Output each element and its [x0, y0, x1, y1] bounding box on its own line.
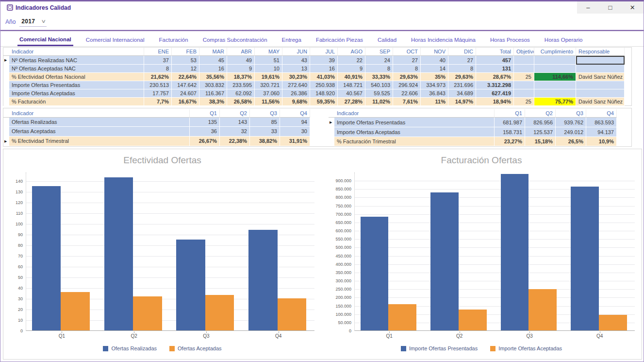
value-cell[interactable]: 30,23% — [282, 73, 310, 81]
tab-calidad[interactable]: Calidad — [376, 34, 398, 46]
value-cell[interactable]: 40.567 — [338, 89, 365, 98]
value-cell[interactable]: 39 — [310, 56, 338, 65]
value-cell[interactable]: 18,94% — [476, 98, 514, 106]
value-cell[interactable]: 21,62% — [144, 73, 172, 81]
value-cell[interactable]: 94.137 — [586, 127, 617, 137]
indicator-label-cell[interactable]: Importe Ofertas Presentadas — [334, 118, 495, 127]
value-cell[interactable]: 94 — [280, 118, 310, 127]
value-cell[interactable]: 40,91% — [338, 73, 365, 81]
value-cell[interactable]: 43 — [282, 56, 310, 65]
value-cell[interactable]: 9,68% — [282, 98, 310, 106]
tab-entrega[interactable]: Entrega — [280, 34, 303, 46]
value-cell[interactable]: 143 — [220, 118, 250, 127]
value-cell[interactable]: 9 — [338, 65, 365, 73]
value-cell[interactable]: 29,63% — [393, 73, 421, 81]
indicator-label-cell[interactable]: % Efectividad Trimestral — [9, 137, 190, 146]
value-cell[interactable]: 10,9% — [586, 137, 617, 146]
value-cell[interactable]: 26.386 — [282, 89, 310, 98]
value-cell[interactable]: 31,91% — [280, 137, 310, 146]
value-cell[interactable]: 681.987 — [495, 118, 525, 127]
value-cell[interactable]: 59.525 — [365, 89, 393, 98]
value-cell[interactable]: 38,3% — [199, 98, 227, 106]
value-cell[interactable]: 36 — [190, 127, 220, 136]
value-cell[interactable]: 30 — [280, 127, 310, 136]
value-cell[interactable]: 16,67% — [172, 98, 199, 106]
value-cell[interactable]: 296.924 — [393, 81, 421, 89]
value-cell[interactable] — [576, 89, 625, 98]
value-cell[interactable]: 33,33% — [365, 73, 393, 81]
value-cell[interactable]: 37 — [144, 56, 172, 65]
value-cell[interactable]: 863.593 — [586, 118, 617, 127]
value-cell[interactable]: 249.012 — [556, 127, 586, 137]
close-button[interactable]: ✕ — [624, 2, 641, 13]
value-cell[interactable]: 23,27% — [495, 137, 525, 146]
value-cell[interactable]: 8 — [365, 65, 393, 73]
value-cell[interactable]: 19,61% — [255, 73, 282, 81]
value-cell[interactable] — [514, 65, 534, 73]
value-cell[interactable]: 3.312.298 — [476, 81, 514, 89]
value-cell[interactable]: 231.696 — [448, 81, 476, 89]
tab-horas-operario[interactable]: Horas Operario — [543, 34, 585, 46]
value-cell[interactable]: 33 — [250, 127, 280, 136]
value-cell[interactable]: 24 — [365, 56, 393, 65]
value-cell[interactable] — [534, 81, 576, 89]
value-cell[interactable]: 35% — [421, 73, 448, 81]
value-cell[interactable]: 457 — [476, 56, 514, 65]
value-cell[interactable]: 28,67% — [476, 73, 514, 81]
indicator-label-cell[interactable]: Importe Ofertas Aceptadas — [9, 89, 144, 98]
tab-fabricaci-n-piezas[interactable]: Fabricación Piezas — [314, 34, 365, 46]
value-cell[interactable]: 53 — [172, 56, 199, 65]
value-cell[interactable]: 16 — [310, 65, 338, 73]
value-cell[interactable]: 14 — [421, 65, 448, 73]
tab-horas-procesos[interactable]: Horas Procesos — [488, 34, 532, 46]
value-cell[interactable]: 7,7% — [144, 98, 172, 106]
value-cell[interactable]: 34.689 — [448, 89, 476, 98]
value-cell[interactable]: 8 — [448, 65, 476, 73]
indicator-label-cell[interactable]: % Efectividad Ofertas Nacional — [9, 73, 144, 81]
maximize-button[interactable]: □ — [602, 2, 618, 13]
value-cell[interactable] — [576, 56, 625, 65]
value-cell[interactable]: 148.920 — [310, 89, 338, 98]
value-cell[interactable]: 24.607 — [172, 89, 199, 98]
value-cell[interactable]: 116.367 — [199, 89, 227, 98]
value-cell[interactable]: 35,56% — [199, 73, 227, 81]
indicator-label-cell[interactable]: Importe Ofertas Aceptadas — [334, 127, 495, 137]
value-cell[interactable]: 135 — [190, 118, 220, 127]
value-cell[interactable] — [576, 65, 625, 73]
value-cell[interactable]: 148.721 — [338, 81, 365, 89]
value-cell[interactable]: 26,58% — [227, 98, 255, 106]
tab-horas-incidencia-m-quina[interactable]: Horas Incidencia Máquina — [409, 34, 478, 46]
value-cell[interactable]: 303.832 — [199, 81, 227, 89]
value-cell[interactable]: 22.606 — [393, 89, 421, 98]
value-cell[interactable]: 17.757 — [144, 89, 172, 98]
value-cell[interactable]: 10 — [255, 65, 282, 73]
value-cell[interactable]: 36.843 — [421, 89, 448, 98]
value-cell[interactable]: 131 — [476, 65, 514, 73]
value-cell[interactable]: 125.537 — [525, 127, 556, 137]
value-cell[interactable] — [576, 81, 625, 89]
tab-comercial-internacional[interactable]: Comercial Internacional — [84, 34, 147, 46]
value-cell[interactable]: 45 — [199, 56, 227, 65]
value-cell[interactable]: 11,02% — [365, 98, 393, 106]
value-cell[interactable]: 59,35% — [310, 98, 338, 106]
value-cell[interactable]: 13 — [282, 65, 310, 73]
value-cell[interactable] — [534, 65, 576, 73]
indicator-label-cell[interactable]: Ofertas Realizadas — [9, 118, 190, 127]
value-cell[interactable]: 627.419 — [476, 89, 514, 98]
value-cell[interactable]: David Sanz Núñez — [576, 73, 625, 81]
value-cell[interactable]: 49 — [227, 56, 255, 65]
value-cell[interactable]: 11% — [421, 98, 448, 106]
tab-comercial-nacional[interactable]: Comercial Nacional — [17, 34, 73, 46]
value-cell[interactable]: 32 — [220, 127, 250, 136]
value-cell[interactable]: 25 — [514, 98, 534, 106]
value-cell[interactable]: 51 — [255, 56, 282, 65]
value-cell[interactable]: 26,67% — [190, 137, 220, 146]
minimize-button[interactable]: – — [580, 2, 596, 13]
value-cell[interactable]: 22,38% — [220, 137, 250, 146]
value-cell[interactable]: 272.640 — [282, 81, 310, 89]
value-cell[interactable]: 41,03% — [310, 73, 338, 81]
value-cell[interactable]: 147.642 — [172, 81, 199, 89]
value-cell[interactable]: 230.513 — [144, 81, 172, 89]
value-cell[interactable]: 320.721 — [255, 81, 282, 89]
value-cell[interactable]: 7,61% — [393, 98, 421, 106]
